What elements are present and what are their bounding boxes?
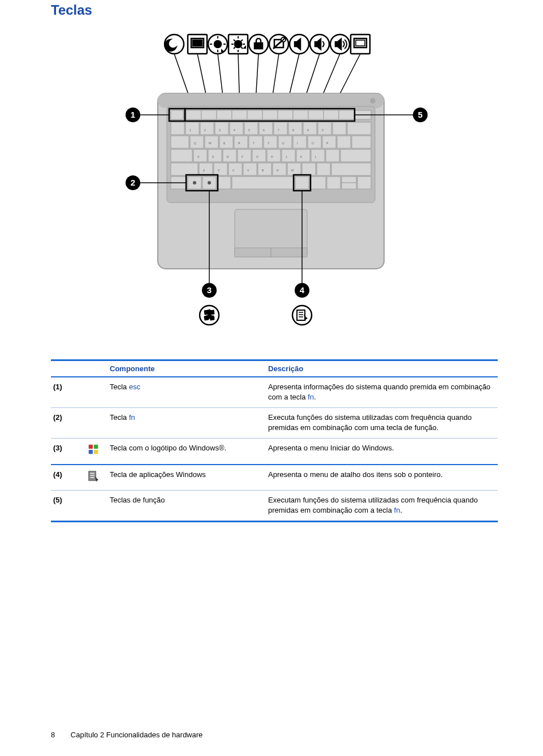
- svg-rect-116: [295, 177, 309, 189]
- svg-rect-114: [217, 177, 231, 189]
- row-component: Tecla esc: [107, 377, 266, 408]
- svg-text:U: U: [282, 141, 285, 145]
- svg-rect-85: [322, 136, 336, 148]
- svg-text:M: M: [291, 169, 294, 172]
- svg-text:5: 5: [248, 128, 250, 132]
- svg-text:4: 4: [300, 285, 305, 295]
- svg-point-124: [193, 181, 196, 184]
- svg-rect-100: [171, 163, 198, 175]
- svg-rect-78: [219, 136, 233, 148]
- svg-rect-191: [94, 445, 98, 449]
- svg-rect-86: [337, 136, 351, 148]
- svg-rect-120: [342, 183, 356, 189]
- svg-rect-146: [209, 310, 214, 315]
- svg-rect-65: [215, 122, 229, 135]
- row-component: Tecla com o logótipo do Windows®.: [107, 439, 266, 465]
- svg-rect-150: [297, 310, 305, 320]
- svg-text:R: R: [238, 141, 240, 145]
- svg-text:F: F: [242, 155, 243, 158]
- svg-rect-71: [303, 122, 317, 135]
- svg-rect-91: [223, 149, 236, 162]
- svg-rect-90: [208, 149, 222, 162]
- row-component: Tecla de aplicações Windows: [107, 465, 266, 491]
- table-row: (3) Tecla com o logótipo do Windows®. Ap…: [51, 439, 498, 465]
- svg-text:1: 1: [131, 110, 135, 119]
- svg-rect-106: [273, 163, 286, 175]
- svg-rect-62: [171, 122, 184, 135]
- section-title: Teclas: [51, 0, 498, 28]
- svg-rect-72: [318, 122, 331, 135]
- svg-text:7: 7: [278, 128, 279, 132]
- svg-rect-87: [352, 136, 371, 148]
- row-component: Teclas de função: [107, 491, 266, 522]
- svg-rect-84: [308, 136, 321, 148]
- svg-text:8: 8: [292, 128, 294, 132]
- row-num: (2): [51, 408, 85, 439]
- svg-rect-67: [244, 122, 258, 135]
- svg-point-125: [208, 181, 211, 184]
- row-num: (3): [51, 439, 85, 465]
- table-row: (5) Teclas de função Executam funções do…: [51, 491, 498, 522]
- svg-text:T: T: [253, 141, 255, 145]
- svg-text:6: 6: [263, 128, 265, 132]
- svg-rect-92: [238, 149, 251, 162]
- svg-rect-102: [214, 163, 227, 175]
- svg-rect-75: [171, 136, 189, 148]
- svg-rect-73: [333, 122, 346, 135]
- svg-rect-49: [201, 110, 217, 119]
- svg-rect-98: [326, 149, 339, 162]
- svg-rect-127: [235, 248, 271, 257]
- svg-rect-105: [258, 163, 272, 175]
- svg-text:D: D: [227, 155, 229, 158]
- svg-rect-192: [89, 450, 93, 454]
- page-number: 8: [51, 731, 55, 739]
- svg-rect-57: [324, 110, 339, 119]
- svg-point-12: [214, 41, 221, 48]
- svg-rect-145: [204, 310, 209, 315]
- svg-rect-190: [89, 445, 93, 449]
- windows-apps-icon: [85, 465, 107, 491]
- chapter-label: Capítulo 2 Funcionalidades de hardware: [71, 731, 202, 739]
- svg-rect-104: [243, 163, 257, 175]
- svg-rect-121: [357, 177, 371, 189]
- svg-line-22: [234, 40, 235, 41]
- svg-rect-69: [274, 122, 287, 135]
- svg-point-149: [292, 306, 312, 325]
- svg-rect-101: [199, 163, 213, 175]
- svg-rect-77: [205, 136, 218, 148]
- svg-rect-51: [232, 110, 247, 119]
- svg-line-23: [241, 47, 243, 49]
- svg-rect-50: [217, 110, 232, 119]
- svg-rect-97: [311, 149, 325, 162]
- row-component: Tecla fn: [107, 408, 266, 439]
- svg-rect-95: [282, 149, 295, 162]
- page-footer: 8 Capítulo 2 Funcionalidades de hardware: [51, 731, 202, 739]
- svg-rect-148: [209, 315, 214, 320]
- svg-rect-11: [193, 40, 202, 46]
- svg-text:O: O: [312, 141, 314, 145]
- svg-rect-89: [193, 149, 207, 162]
- svg-text:L: L: [315, 155, 317, 158]
- svg-rect-107: [287, 163, 301, 175]
- svg-rect-118: [327, 177, 341, 189]
- svg-text:0: 0: [322, 128, 324, 132]
- th-description: Descrição: [266, 360, 498, 377]
- svg-rect-147: [204, 315, 209, 320]
- row-desc: Executa funções do sistema utilizadas co…: [266, 408, 498, 439]
- svg-rect-55: [293, 110, 308, 119]
- svg-rect-82: [278, 136, 292, 148]
- svg-text:G: G: [256, 155, 258, 158]
- row-desc: Executam funções do sistema utilizadas c…: [266, 491, 498, 522]
- table-row: (2) Tecla fn Executa funções do sistema …: [51, 408, 498, 439]
- svg-text:1: 1: [189, 128, 191, 132]
- svg-rect-117: [310, 177, 326, 189]
- svg-text:W: W: [209, 141, 212, 145]
- svg-rect-99: [341, 149, 371, 162]
- svg-rect-53: [262, 110, 278, 119]
- components-table: Componente Descrição (1) Tecla esc Apres…: [51, 359, 498, 522]
- row-desc: Apresenta informações do sistema quando …: [266, 377, 498, 408]
- svg-text:3: 3: [219, 128, 221, 132]
- svg-rect-74: [347, 122, 371, 135]
- svg-text:9: 9: [307, 128, 309, 132]
- svg-rect-119: [342, 177, 356, 183]
